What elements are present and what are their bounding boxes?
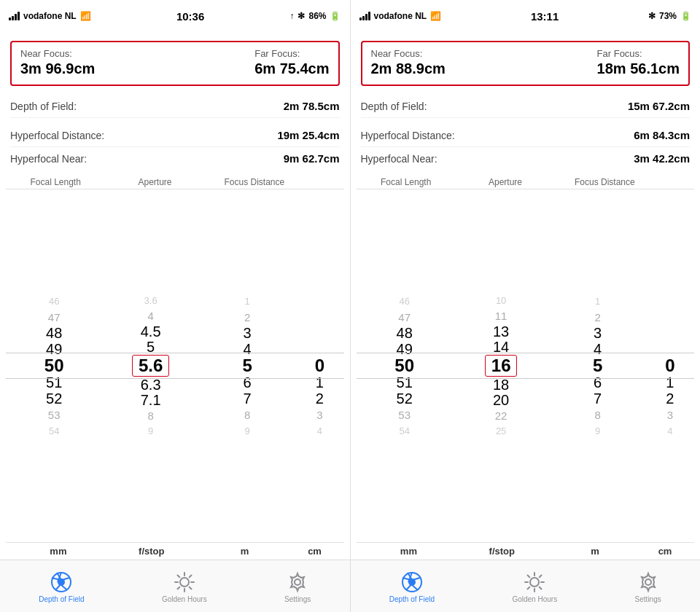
carrier-left: vodafone NL <box>23 11 77 21</box>
info-section-right: Depth of Field: 15m 67.2cm Hyperfocal Di… <box>351 93 701 174</box>
gear-icon-left <box>287 571 308 593</box>
picker-section-right: Focal Length Aperture Focus Distance 46 … <box>351 174 701 560</box>
focus-box-right: Near Focus: 2m 88.9cm Far Focus: 18m 56.… <box>361 41 691 86</box>
svg-line-13 <box>177 575 179 577</box>
battery-icon-right: 🔋 <box>680 11 691 21</box>
picker-columns-left: 46 47 48 49 50 51 52 53 54 3.6 4 4. <box>6 189 344 542</box>
picker-columns-right: 46 47 48 49 50 51 52 53 54 10 11 13 <box>357 189 695 542</box>
gear-icon-right <box>637 571 659 593</box>
near-focus-right: Near Focus: 2m 88.9cm <box>371 48 446 77</box>
svg-line-31 <box>528 575 530 577</box>
carrier-right: vodafone NL <box>374 11 427 21</box>
wifi-icon-right: 📶 <box>430 11 441 21</box>
focus-cm-col-right[interactable]: 0 1 2 3 4 <box>646 293 694 439</box>
tab-dof-left[interactable]: Depth of Field <box>39 571 84 603</box>
dof-row-left: Depth of Field: 2m 78.5cm <box>10 95 340 118</box>
focal-col-right[interactable]: 46 47 48 49 50 51 52 53 54 <box>357 293 453 439</box>
svg-line-32 <box>540 586 542 589</box>
svg-point-17 <box>295 579 300 585</box>
picker-section-left: Focal Length Aperture Focus Distance 46 … <box>0 174 350 560</box>
hyperfocal-near-row-right: Hyperfocal Near: 3m 42.2cm <box>361 147 691 170</box>
bluetooth-icon-left: ✻ <box>298 11 305 21</box>
picker-headers-left: Focal Length Aperture Focus Distance <box>6 174 344 189</box>
svg-line-16 <box>177 586 179 589</box>
hyperfocal-near-row-left: Hyperfocal Near: 9m 62.7cm <box>10 147 340 170</box>
tab-bar-right: Depth of Field Golden Hours Settings <box>350 560 701 612</box>
far-focus-left: Far Focus: 6m 75.4cm <box>254 48 329 77</box>
signal-icon-right <box>359 12 370 20</box>
status-bars: vodafone NL 📶 10:36 ↑ ✻ 86% 🔋 vodafone N… <box>0 0 700 32</box>
svg-line-33 <box>540 575 542 577</box>
screen-left: Near Focus: 3m 96.9cm Far Focus: 6m 75.4… <box>0 32 351 560</box>
battery-icon-left: 🔋 <box>330 11 341 21</box>
svg-point-35 <box>645 579 651 585</box>
aperture-icon-left <box>50 571 72 593</box>
svg-line-14 <box>189 586 191 589</box>
battery-left: 86% <box>308 11 326 21</box>
aperture-col-left[interactable]: 3.6 4 4.5 5 5.6 6.3 7.1 8 9 <box>102 293 198 439</box>
tab-settings-left[interactable]: Settings <box>284 571 311 603</box>
aperture-col-right[interactable]: 10 11 13 14 16 18 20 22 25 <box>453 293 549 439</box>
focal-col-left[interactable]: 46 47 48 49 50 51 52 53 54 <box>6 293 102 439</box>
picker-headers-right: Focal Length Aperture Focus Distance <box>357 174 695 189</box>
picker-body-right[interactable]: 46 47 48 49 50 51 52 53 54 10 11 13 <box>357 189 695 542</box>
info-section-left: Depth of Field: 2m 78.5cm Hyperfocal Dis… <box>0 93 350 174</box>
svg-point-26 <box>530 578 539 586</box>
aperture-icon-right <box>401 571 423 593</box>
tab-bar-left: Depth of Field Golden Hours Settings <box>0 560 350 612</box>
picker-body-left[interactable]: 46 47 48 49 50 51 52 53 54 3.6 4 4. <box>6 189 344 542</box>
tab-settings-right[interactable]: Settings <box>635 571 661 603</box>
time-right: 13:11 <box>531 10 559 23</box>
focus-m-col-left[interactable]: 1 2 3 4 5 6 7 8 9 <box>199 293 295 439</box>
far-focus-right: Far Focus: 18m 56.1cm <box>597 48 680 77</box>
svg-line-15 <box>189 575 191 577</box>
status-bar-left: vodafone NL 📶 10:36 ↑ ✻ 86% 🔋 <box>0 0 350 32</box>
dof-row-right: Depth of Field: 15m 67.2cm <box>361 95 691 118</box>
units-row-right: mm f/stop m cm <box>357 542 695 560</box>
status-bar-right: vodafone NL 📶 13:11 ✻ 73% 🔋 <box>350 0 701 32</box>
tab-dof-right[interactable]: Depth of Field <box>389 571 435 603</box>
focus-m-col-right[interactable]: 1 2 3 4 5 6 7 8 9 <box>549 293 645 439</box>
hyperfocal-row-left: Hyperfocal Distance: 19m 25.4cm <box>10 124 340 147</box>
tab-bars: Depth of Field Golden Hours Settings <box>0 560 700 612</box>
svg-point-8 <box>180 578 189 586</box>
signal-icon-left <box>9 12 20 20</box>
sun-icon-right <box>524 571 545 593</box>
focus-cm-col-left[interactable]: 0 1 2 3 4 <box>295 293 343 439</box>
time-left: 10:36 <box>176 10 204 23</box>
tab-golden-left[interactable]: Golden Hours <box>162 571 207 603</box>
svg-line-34 <box>528 586 530 589</box>
bluetooth-icon-right: ✻ <box>648 11 656 21</box>
tab-golden-right[interactable]: Golden Hours <box>512 571 557 603</box>
focus-box-left: Near Focus: 3m 96.9cm Far Focus: 6m 75.4… <box>10 41 340 86</box>
sun-icon-left <box>174 571 195 593</box>
screen-right: Near Focus: 2m 88.9cm Far Focus: 18m 56.… <box>351 32 701 560</box>
units-row-left: mm f/stop m cm <box>6 542 344 560</box>
near-focus-left: Near Focus: 3m 96.9cm <box>20 48 95 77</box>
screens: Near Focus: 3m 96.9cm Far Focus: 6m 75.4… <box>0 32 700 560</box>
location-icon-left: ↑ <box>289 11 294 21</box>
battery-right: 73% <box>659 11 677 21</box>
hyperfocal-row-right: Hyperfocal Distance: 6m 84.3cm <box>361 124 691 147</box>
wifi-icon-left: 📶 <box>80 11 91 21</box>
